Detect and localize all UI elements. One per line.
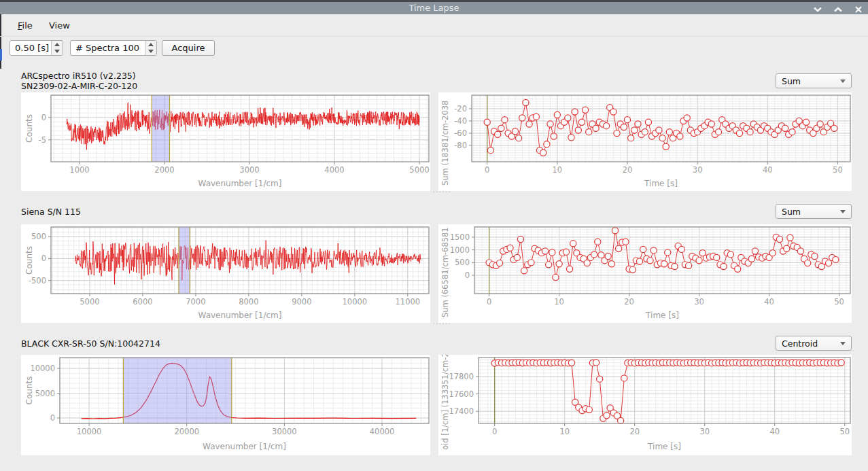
- dropdown-arrow-icon: [840, 210, 846, 213]
- svg-text:9000: 9000: [292, 297, 311, 307]
- device3-title: BLACK CXR-SR-50 S/N:10042714: [21, 338, 160, 349]
- device1-title: ARCspectro iR510 (v2.235) SN2309-02-A-MI…: [21, 71, 137, 91]
- svg-text:-20: -20: [454, 104, 467, 114]
- splitter-handle-2[interactable]: ......: [427, 321, 457, 326]
- menu-view[interactable]: View: [42, 16, 77, 34]
- device3-title-line1: BLACK CXR-SR-50 S/N:10042714: [21, 338, 160, 349]
- maximize-button[interactable]: [831, 5, 845, 14]
- svg-text:2000: 2000: [154, 165, 174, 175]
- svg-text:20000: 20000: [174, 427, 199, 436]
- svg-text:1500: 1500: [450, 232, 470, 242]
- svg-text:7000: 7000: [186, 297, 205, 307]
- window-titlebar[interactable]: Time Lapse: [0, 0, 868, 14]
- svg-text:-60: -60: [454, 128, 467, 138]
- spectra-value[interactable]: # Spectra 100: [71, 41, 145, 55]
- dropdown-arrow-icon: [840, 80, 846, 83]
- interval-value[interactable]: 0.50 [s]: [10, 41, 51, 55]
- app-window: Time Lapse File View: [0, 0, 868, 471]
- svg-text:5000: 5000: [35, 389, 55, 398]
- svg-text:0: 0: [41, 254, 46, 263]
- svg-text:30: 30: [699, 427, 710, 436]
- down-arrow-icon: [148, 50, 154, 53]
- chevron-down-icon: [814, 7, 822, 12]
- device3-timeseries-panel: 01020304050178001760017400Time [s]oid [1…: [438, 355, 852, 455]
- spectra-spin-up[interactable]: [145, 41, 156, 48]
- svg-text:Wavenumber [1/cm]: Wavenumber [1/cm]: [198, 179, 282, 188]
- svg-text:30: 30: [693, 165, 703, 175]
- dropdown-arrow-icon: [840, 342, 846, 345]
- svg-text:40000: 40000: [370, 427, 395, 436]
- svg-text:5000: 5000: [409, 165, 429, 175]
- svg-text:500: 500: [455, 258, 470, 267]
- svg-text:17800: 17800: [449, 372, 474, 381]
- svg-text:11000: 11000: [396, 297, 421, 307]
- spectra-spin-down[interactable]: [145, 48, 156, 56]
- svg-text:40: 40: [764, 297, 774, 307]
- svg-text:0: 0: [50, 413, 55, 423]
- device2-mode-value: Sum: [782, 207, 801, 217]
- svg-text:1000: 1000: [69, 165, 89, 175]
- chevron-up-icon: [834, 7, 842, 12]
- device1-spectrum-panel: 100020003000400050000-5Wavenumber [1/cm]…: [21, 92, 430, 191]
- svg-text:20: 20: [624, 297, 634, 307]
- svg-text:30: 30: [694, 297, 704, 307]
- device3-centroid-plot: 01020304050178001760017400Time [s]oid [1…: [438, 355, 852, 455]
- svg-text:50: 50: [834, 297, 844, 307]
- svg-text:Counts: Counts: [24, 377, 34, 405]
- svg-text:-40: -40: [454, 116, 467, 126]
- up-arrow-icon: [148, 43, 154, 46]
- svg-text:30000: 30000: [272, 427, 297, 436]
- device1-mode-dropdown[interactable]: Sum: [776, 73, 852, 88]
- device2-title: Siena S/N 115: [21, 207, 81, 217]
- svg-text:Sum (66581/cm-68581: Sum (66581/cm-68581: [440, 227, 450, 317]
- svg-text:500: 500: [31, 232, 46, 241]
- device3-spectrum-plot: 100002000030000400001000050000Wavenumber…: [21, 355, 430, 455]
- down-arrow-icon: [54, 50, 60, 53]
- svg-text:4000: 4000: [324, 165, 344, 175]
- device2-timeseries-panel: 01020304050150010005000Time [s]Sum (6658…: [438, 224, 852, 323]
- device2-title-line1: Siena S/N 115: [21, 207, 81, 217]
- svg-text:0: 0: [487, 297, 491, 307]
- interval-spin-up[interactable]: [52, 41, 63, 48]
- svg-text:-80: -80: [454, 141, 467, 150]
- device1-title-line1: ARCspectro iR510 (v2.235): [21, 71, 137, 81]
- device3-mode-value: Centroid: [782, 338, 818, 349]
- close-icon: [855, 6, 862, 13]
- svg-text:0: 0: [492, 427, 497, 436]
- svg-text:20: 20: [629, 427, 640, 436]
- device1-spectrum-plot: 100020003000400050000-5Wavenumber [1/cm]…: [21, 92, 430, 191]
- device3-spectrum-panel: 100002000030000400001000050000Wavenumber…: [21, 355, 430, 455]
- menu-bar: File View: [0, 16, 868, 37]
- svg-text:Wavenumber [1/cm]: Wavenumber [1/cm]: [198, 311, 282, 320]
- device1-mode-value: Sum: [782, 76, 801, 86]
- close-button[interactable]: [852, 5, 865, 14]
- svg-text:Counts: Counts: [24, 114, 34, 143]
- device2-mode-dropdown[interactable]: Sum: [776, 204, 852, 219]
- svg-text:0: 0: [41, 113, 46, 122]
- svg-text:0: 0: [465, 271, 470, 280]
- svg-text:20: 20: [623, 165, 633, 175]
- svg-text:Counts: Counts: [24, 246, 34, 275]
- svg-text:10000: 10000: [77, 427, 102, 436]
- device2-spectrum-panel: 5000600070008000900010000110005000-500Wa…: [21, 224, 430, 323]
- spectra-spinbox[interactable]: # Spectra 100: [70, 40, 157, 56]
- svg-text:50: 50: [839, 427, 850, 436]
- svg-text:0: 0: [485, 165, 489, 175]
- svg-text:Time [s]: Time [s]: [644, 179, 678, 188]
- svg-text:50: 50: [833, 165, 843, 175]
- svg-text:-500: -500: [29, 276, 46, 285]
- svg-text:10: 10: [554, 297, 564, 307]
- acquire-button[interactable]: Acquire: [162, 40, 215, 56]
- device1-sum-plot: 01020304050-20-40-60-80Time [s]Sum (1838…: [438, 92, 852, 191]
- interval-spin-down[interactable]: [52, 48, 63, 56]
- menu-file[interactable]: File: [11, 16, 39, 34]
- device1-timeseries-panel: 01020304050-20-40-60-80Time [s]Sum (1838…: [438, 92, 852, 191]
- splitter-handle-1[interactable]: ......: [427, 189, 457, 194]
- svg-text:5000: 5000: [80, 297, 99, 307]
- minimize-button[interactable]: [811, 5, 824, 14]
- svg-text:6000: 6000: [133, 297, 152, 307]
- device3-mode-dropdown[interactable]: Centroid: [776, 336, 852, 351]
- svg-text:1000: 1000: [450, 245, 470, 255]
- svg-text:Time [s]: Time [s]: [645, 311, 679, 320]
- interval-spinbox[interactable]: 0.50 [s]: [10, 40, 63, 56]
